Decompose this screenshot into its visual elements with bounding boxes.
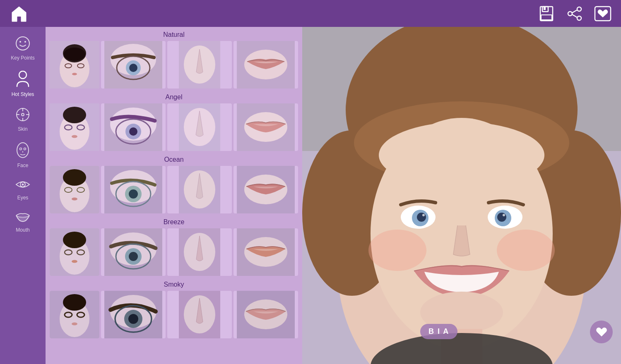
style-angel-title: Angel [48, 93, 300, 101]
style-ocean-images [48, 166, 300, 213]
favorites-button[interactable] [593, 4, 613, 24]
face-icon [15, 142, 30, 160]
svg-point-63 [72, 198, 77, 201]
sidebar-mouth-label: Mouth [16, 227, 29, 233]
svg-point-75 [63, 232, 86, 248]
ocean-lips-image [233, 166, 298, 213]
breeze-lips-image [233, 228, 298, 276]
svg-rect-4 [541, 15, 552, 20]
style-row-smoky[interactable]: Smoky [48, 281, 300, 338]
sidebar-item-hot-styles[interactable]: Hot Styles [0, 66, 46, 102]
svg-point-11 [16, 37, 29, 50]
svg-point-12 [19, 41, 21, 43]
natural-face-image [50, 41, 99, 89]
smoky-face-image [50, 291, 99, 338]
svg-point-98 [128, 314, 138, 324]
svg-point-38 [129, 64, 137, 72]
svg-line-9 [572, 14, 577, 17]
style-breeze-title: Breeze [48, 218, 300, 226]
sidebar-face-label: Face [17, 163, 29, 168]
ocean-face-image [50, 166, 99, 213]
svg-point-83 [129, 252, 138, 261]
svg-rect-0 [17, 17, 21, 22]
svg-point-48 [72, 135, 77, 138]
svg-rect-3 [544, 7, 546, 10]
svg-point-14 [19, 71, 26, 79]
natural-lips-image [233, 41, 298, 89]
sidebar-key-points-label: Key Points [11, 55, 34, 61]
header [0, 0, 621, 27]
svg-point-121 [503, 214, 505, 216]
main-content: Key Points Hot Styles [0, 27, 621, 364]
style-natural-title: Natural [48, 31, 300, 38]
svg-point-53 [129, 127, 137, 136]
angel-nose-image [167, 103, 232, 151]
photo-area: B I A [302, 27, 621, 364]
style-angel-images [48, 103, 300, 151]
bia-text: B I A [428, 327, 449, 335]
eye-icon [14, 178, 31, 193]
angel-lips-image [233, 103, 298, 151]
svg-point-21 [17, 143, 29, 158]
sidebar-skin-label: Skin [18, 126, 27, 132]
svg-point-120 [497, 213, 506, 222]
sidebar-eyes-label: Eyes [17, 195, 29, 201]
style-smoky-images [48, 291, 300, 338]
svg-point-78 [72, 260, 77, 263]
style-row-angel[interactable]: Angel [48, 93, 300, 151]
natural-brow-image [101, 41, 166, 89]
breeze-face-image [50, 228, 99, 276]
main-photo [302, 27, 621, 364]
angel-brow-image [101, 103, 166, 151]
style-ocean-title: Ocean [48, 156, 300, 163]
svg-point-16 [22, 113, 24, 116]
svg-point-33 [72, 73, 77, 75]
heart-fab-button[interactable] [590, 321, 613, 343]
sidebar-item-skin[interactable]: Skin [0, 102, 46, 137]
mouth-icon [14, 211, 32, 225]
save-button[interactable] [537, 4, 556, 24]
svg-point-117 [422, 214, 425, 216]
sidebar-item-face[interactable]: Face [0, 137, 46, 173]
share-button[interactable] [565, 4, 585, 24]
svg-point-13 [24, 41, 26, 43]
smoky-nose-image [167, 291, 232, 338]
svg-point-26 [22, 184, 24, 186]
angel-face-image [50, 103, 99, 151]
skin-icon [15, 107, 30, 124]
style-smoky-title: Smoky [48, 281, 300, 288]
svg-point-5 [577, 7, 581, 11]
svg-point-60 [63, 169, 86, 186]
breeze-brow-image [101, 228, 166, 276]
svg-point-116 [417, 213, 426, 222]
sidebar: Key Points Hot Styles [0, 27, 46, 364]
svg-point-22 [20, 148, 22, 150]
natural-nose-image [167, 41, 232, 89]
smoky-lips-image [233, 291, 298, 338]
sidebar-item-key-points[interactable]: Key Points [0, 31, 46, 66]
sidebar-item-eyes[interactable]: Eyes [0, 173, 46, 206]
header-actions [537, 4, 613, 24]
style-natural-images [48, 41, 300, 89]
styles-panel: Natural [46, 27, 302, 364]
svg-point-90 [63, 294, 86, 311]
smoky-brow-image [101, 291, 166, 338]
svg-line-8 [572, 10, 577, 13]
smiley-icon [15, 36, 30, 53]
svg-point-30 [64, 48, 85, 61]
svg-point-45 [63, 107, 86, 123]
bia-badge[interactable]: B I A [420, 324, 457, 339]
svg-point-7 [577, 16, 581, 20]
style-row-breeze[interactable]: Breeze [48, 218, 300, 276]
svg-point-112 [368, 230, 426, 271]
style-row-natural[interactable]: Natural [48, 31, 300, 89]
ocean-nose-image [167, 166, 232, 213]
home-button[interactable] [8, 3, 30, 24]
person-icon [15, 71, 30, 89]
svg-point-68 [129, 189, 138, 199]
sidebar-item-mouth[interactable]: Mouth [0, 206, 46, 238]
svg-point-93 [72, 323, 77, 326]
style-breeze-images [48, 228, 300, 276]
sidebar-hot-styles-label: Hot Styles [12, 91, 34, 97]
style-row-ocean[interactable]: Ocean [48, 156, 300, 213]
